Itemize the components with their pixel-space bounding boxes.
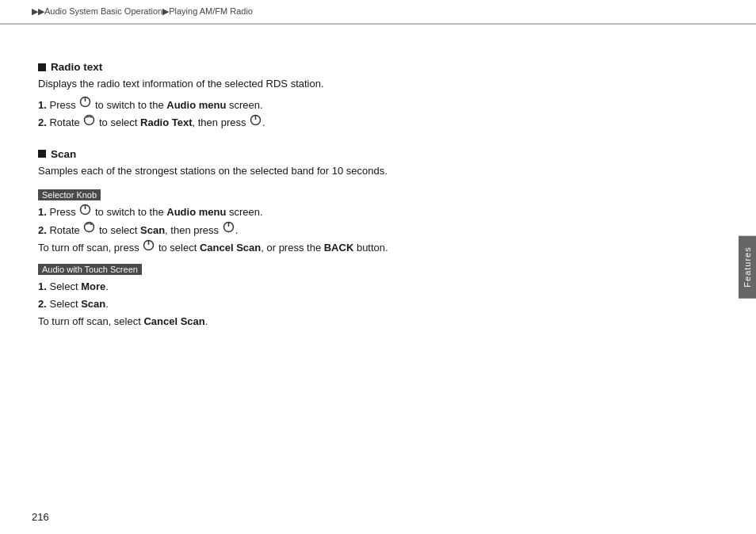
scan-ts-extra: To turn off scan, select Cancel Scan. [38, 313, 694, 330]
bullet-icon [38, 63, 46, 71]
scan-ts-step1: 1. Select More. [38, 278, 694, 296]
selector-knob-badge: Selector Knob [38, 189, 101, 200]
knob-icon-1 [79, 96, 91, 113]
main-content: Radio text Displays the radio text infor… [0, 39, 732, 368]
knob-icon-4 [223, 221, 235, 238]
page-number: 216 [32, 511, 49, 523]
knob-icon-2 [250, 114, 262, 132]
scan-sk-extra: To turn off scan, press to select Cancel… [38, 239, 694, 257]
scan-title: Scan [51, 148, 76, 160]
bullet-icon-2 [38, 150, 46, 158]
scan-desc: Samples each of the strongest stations o… [38, 163, 694, 179]
breadcrumb: ▶▶Audio System Basic Operation▶Playing A… [0, 0, 756, 24]
radio-text-heading: Radio text [38, 61, 694, 73]
scan-ts-step2: 2. Select Scan. [38, 296, 694, 313]
radio-text-step2: 2. Rotate to select Radio Text, then pre… [38, 114, 694, 132]
rotate-icon-1 [83, 114, 95, 132]
scan-section: Scan Samples each of the strongest stati… [38, 148, 694, 331]
touch-screen-badge: Audio with Touch Screen [38, 264, 142, 275]
radio-text-step1: 1. Press to switch to the Audio menu scr… [38, 97, 694, 115]
knob-icon-5 [143, 239, 155, 257]
breadcrumb-text: ▶▶Audio System Basic Operation▶Playing A… [32, 6, 253, 16]
scan-heading: Scan [38, 148, 694, 160]
radio-text-title: Radio text [51, 61, 102, 73]
side-tab-features: Features [739, 235, 756, 298]
rotate-icon-2 [83, 221, 95, 238]
scan-sk-step2: 2. Rotate to select Scan, then press . [38, 222, 694, 240]
scan-sk-step1: 1. Press to switch to the Audio menu scr… [38, 204, 694, 222]
knob-icon-3 [79, 204, 91, 221]
touch-screen-tag: Audio with Touch Screen [38, 257, 694, 278]
radio-text-desc: Displays the radio text information of t… [38, 76, 694, 92]
selector-knob-tag: Selector Knob [38, 183, 694, 204]
radio-text-section: Radio text Displays the radio text infor… [38, 61, 694, 132]
